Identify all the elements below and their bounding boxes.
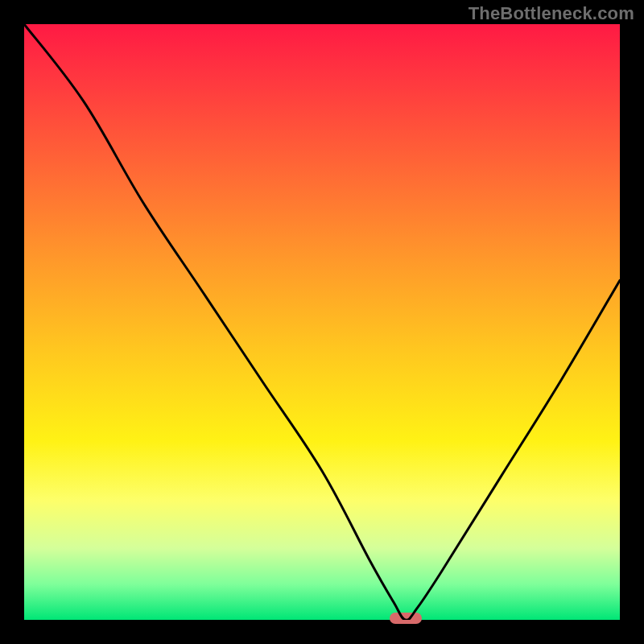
plot-area: [24, 24, 620, 620]
bottleneck-curve: [24, 24, 620, 620]
attribution-label: TheBottleneck.com: [469, 3, 634, 24]
line-plot-svg: [24, 24, 620, 620]
chart-container: TheBottleneck.com: [0, 0, 644, 644]
